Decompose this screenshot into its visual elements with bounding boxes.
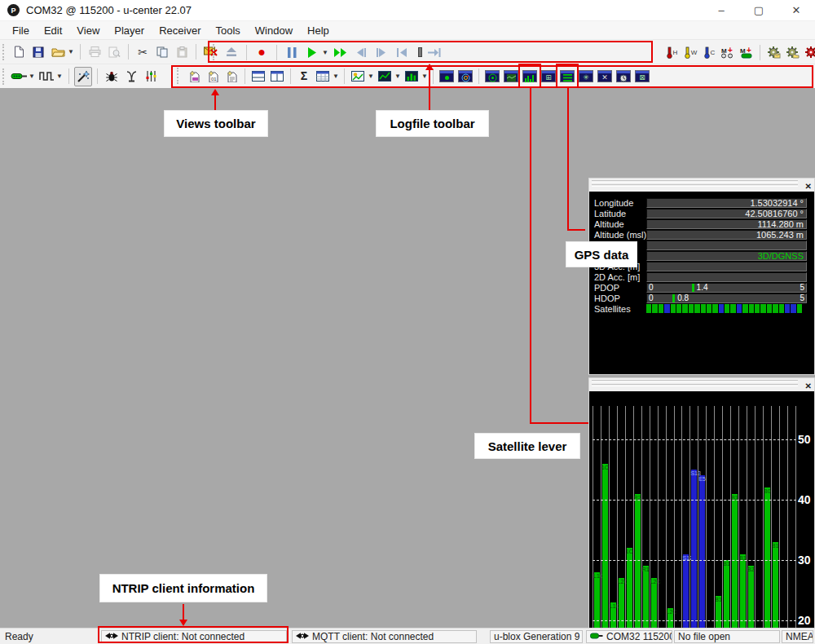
menu-file[interactable]: File — [5, 23, 37, 38]
satellite-level-view-button[interactable] — [521, 66, 539, 86]
gps-row-value: 3D/DGNSS — [758, 252, 804, 260]
world-map-button[interactable] — [502, 66, 520, 86]
gps-row-value: 1.53032914 ° — [750, 199, 804, 207]
save-file-button[interactable] — [29, 42, 47, 62]
histogram-view-button[interactable] — [403, 66, 421, 86]
toolbar-grip[interactable] — [2, 68, 7, 85]
table-view-button[interactable] — [314, 66, 332, 86]
dropdown-arrow-icon[interactable]: ▼ — [321, 49, 329, 56]
minimize-button[interactable]: – — [703, 0, 740, 20]
docking-view-button[interactable]: ⊞ — [540, 66, 557, 86]
satellite-bar-column: B0 — [763, 406, 771, 644]
autobauding-button[interactable] — [74, 67, 92, 86]
title-bar: P COM32 @ 115200 - u-center 22.07 – ▢ ✕ — [0, 0, 815, 21]
deviation-map-button[interactable] — [483, 66, 501, 86]
menu-player[interactable]: Player — [107, 23, 152, 38]
print-preview-icon — [108, 46, 121, 58]
satellite-square — [749, 304, 754, 313]
antenna-button[interactable] — [122, 67, 140, 86]
paste-button[interactable] — [173, 42, 191, 62]
dropdown-arrow-icon[interactable]: ▼ — [332, 73, 340, 80]
play-button[interactable] — [303, 42, 321, 62]
clock-view-button[interactable] — [615, 66, 632, 86]
satellite-bar-column: R2 — [658, 406, 666, 644]
step-forward-button[interactable] — [372, 42, 390, 62]
warm-start-button[interactable]: W — [681, 42, 699, 62]
camera-view-button[interactable] — [349, 66, 367, 86]
gps-data-view-button[interactable] — [558, 66, 576, 86]
sky-view-button[interactable] — [456, 66, 474, 86]
gps-row-value-box: 1114.280 m — [646, 219, 807, 229]
add-marker-green-button[interactable]: M+ — [738, 42, 756, 62]
packet-console-button[interactable] — [185, 66, 203, 86]
gps-data-row: Fix Mode3D/DGNSS — [594, 250, 814, 261]
satellite-level-close-icon[interactable]: ✕ — [805, 381, 812, 391]
satellite-bar-column: B2 — [755, 406, 763, 644]
text-console-button[interactable] — [222, 66, 240, 86]
gear-red-icon — [804, 46, 815, 59]
messages-view-button[interactable]: ✳ — [577, 66, 595, 86]
gps-data-row: Altitude (msl)1065.243 m — [594, 229, 814, 240]
gps-data-window: ✕ Longitude1.53032914 °Latitude42.508167… — [588, 178, 815, 375]
connector-icon — [11, 72, 28, 81]
debug-messages-button[interactable] — [103, 67, 121, 86]
hot-start-button[interactable]: H — [663, 42, 681, 62]
dropdown-arrow-icon[interactable]: ▼ — [67, 48, 75, 55]
status-ntrip-client[interactable]: NTRIP client: Not connected — [101, 630, 287, 643]
add-marker-button[interactable]: M+ — [719, 42, 737, 62]
status-mqtt-client[interactable]: MQTT client: Not connected — [292, 630, 477, 643]
record-button[interactable]: ● — [253, 42, 271, 62]
baudrate-button[interactable] — [37, 67, 55, 86]
maximize-button[interactable]: ▢ — [740, 0, 778, 20]
print-button[interactable] — [86, 42, 104, 62]
menu-view[interactable]: View — [69, 23, 107, 38]
messages-config-button[interactable] — [764, 42, 782, 62]
jump-to-end-button[interactable] — [425, 42, 443, 62]
close-views-button[interactable]: ⊠ — [633, 66, 651, 86]
toolbar-grip[interactable] — [2, 44, 7, 60]
status-com-port[interactable]: COM32 115200 — [586, 630, 672, 643]
statistic-view-button[interactable]: Σ — [295, 66, 313, 86]
receiver-settings-button[interactable] — [142, 67, 160, 86]
dropdown-arrow-icon[interactable]: ▼ — [421, 73, 429, 80]
dropdown-arrow-icon[interactable]: ▼ — [394, 73, 402, 80]
menu-window[interactable]: Window — [248, 23, 300, 38]
split-horizontal-button[interactable] — [249, 66, 267, 86]
step-back-button[interactable] — [352, 42, 370, 62]
com-port-button[interactable] — [10, 67, 28, 86]
satellite-square — [712, 304, 717, 313]
to-end-icon — [428, 48, 441, 57]
binary-console-button[interactable]: 01 — [204, 66, 222, 86]
dark-x-icon: ✕ — [597, 70, 612, 82]
receiver-config-button[interactable] — [802, 42, 815, 62]
dropdown-arrow-icon[interactable]: ▼ — [55, 73, 64, 80]
satellite-bar-column: B5 — [787, 406, 796, 644]
menu-tools[interactable]: Tools — [208, 23, 247, 38]
gps-row-value-box — [646, 272, 807, 282]
jump-to-start-button[interactable] — [393, 42, 411, 62]
eject-button[interactable] — [222, 42, 240, 62]
toolbar-separator — [244, 68, 245, 84]
split-vertical-button[interactable] — [268, 66, 286, 86]
tools-view-button[interactable]: ✕ — [596, 66, 614, 86]
fast-forward-button[interactable] — [332, 42, 350, 62]
gps-data-close-icon[interactable]: ✕ — [805, 181, 812, 192]
map-view-button[interactable] — [438, 66, 456, 86]
close-button[interactable]: ✕ — [778, 0, 815, 20]
chart-view-button[interactable] — [376, 66, 394, 86]
print-preview-button[interactable] — [105, 42, 123, 62]
menu-help[interactable]: Help — [300, 23, 337, 38]
copy-button[interactable] — [153, 42, 171, 62]
cut-button[interactable]: ✂ — [134, 42, 152, 62]
pause-button[interactable] — [283, 42, 301, 62]
dropdown-arrow-icon[interactable]: ▼ — [367, 73, 375, 80]
new-file-button[interactable] — [10, 42, 28, 62]
satellite-square — [737, 304, 742, 313]
menu-edit[interactable]: Edit — [37, 23, 69, 38]
satellite-square — [646, 304, 651, 313]
file-config-button[interactable] — [783, 42, 801, 62]
menu-receiver[interactable]: Receiver — [152, 23, 208, 38]
cold-start-button[interactable]: C — [700, 42, 718, 62]
open-file-button[interactable] — [49, 42, 67, 62]
dropdown-arrow-icon[interactable]: ▼ — [28, 73, 36, 80]
